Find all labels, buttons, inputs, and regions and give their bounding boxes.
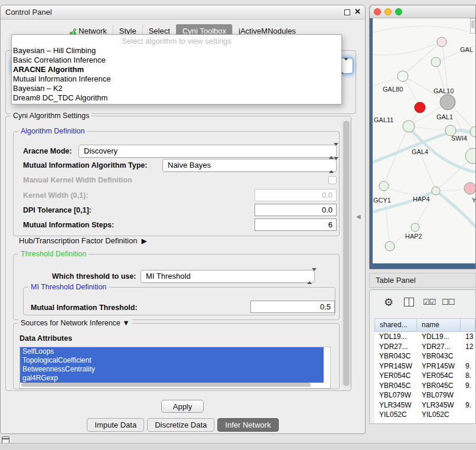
algorithm-option[interactable]: Basic Correlation Inference: [12, 56, 341, 65]
table-cell: YLR345W: [374, 400, 417, 410]
kernel-width-input[interactable]: [255, 189, 337, 201]
network-node[interactable]: [432, 187, 440, 195]
which-threshold-stepper-icon: [307, 271, 335, 282]
apply-button[interactable]: Apply: [161, 400, 204, 413]
hub-definition-section[interactable]: Hub/Transcription Factor Definition▶: [19, 236, 147, 245]
table-row[interactable]: YDL19...YDL19...13: [374, 332, 475, 342]
close-icon[interactable]: ✕: [354, 7, 361, 16]
cyni-algorithm-settings-group: Cyni Algorithm Settings Algorithm Defini…: [5, 116, 351, 391]
network-edge: [409, 126, 451, 131]
table-row[interactable]: YIL052CYIL052C: [374, 410, 475, 420]
bottom-tab-discretize-data[interactable]: Discretize Data: [147, 418, 214, 432]
network-node[interactable]: [415, 102, 425, 113]
table-row[interactable]: YBR045CYBR045C9.: [374, 381, 475, 391]
splitter-collapse-icon[interactable]: ◀: [356, 213, 361, 220]
data-attributes-label: Data Attributes: [19, 334, 72, 343]
network-canvas[interactable]: GALGAL80GAL10GAL11GAL1SWI4GAL4GCY1HAP4YH…: [373, 18, 475, 263]
mi-steps-label: Mutual Information Steps:: [23, 221, 114, 229]
close-traffic-light[interactable]: [374, 8, 381, 15]
node-label: GAL: [460, 46, 473, 53]
aracne-mode-combobox[interactable]: Discovery: [79, 145, 337, 158]
column-header[interactable]: [461, 318, 475, 332]
algorithm-option[interactable]: Mutual Information Inference: [12, 74, 341, 84]
table-cell: YDR27...: [374, 342, 417, 352]
control-panel-titlebar: Control Panel ✕: [1, 5, 365, 19]
expanded-arrow-icon[interactable]: ▼: [122, 319, 129, 327]
settings-group-title: Cyni Algorithm Settings: [11, 112, 92, 120]
manual-kernel-checkbox[interactable]: [328, 176, 337, 184]
table-cell: YBR045C: [417, 381, 461, 391]
network-node[interactable]: [397, 71, 408, 81]
scrollbar-thumb[interactable]: [471, 20, 474, 28]
bottom-tab-impute-data[interactable]: Impute Data: [87, 418, 144, 432]
network-edge: [373, 42, 442, 55]
dpi-tolerance-input[interactable]: [255, 204, 337, 216]
sources-group: Sources for Network Inference ▼ Data Att…: [13, 323, 340, 389]
table-cell: YLR345W: [417, 400, 461, 410]
network-node[interactable]: [440, 94, 455, 110]
dropdown-item-list: Bayesian – Hill ClimbingBasic Correlatio…: [12, 46, 341, 103]
network-canvas-svg: GALGAL80GAL10GAL11GAL1SWI4GAL4GCY1HAP4YH…: [373, 18, 475, 263]
gear-icon[interactable]: ⚙: [384, 296, 393, 309]
aracne-mode-label: Aracne Mode:: [23, 147, 72, 155]
algorithm-option[interactable]: Dream8 DC_TDC Algorithm: [12, 93, 341, 103]
node-label: GAL11: [374, 116, 393, 123]
which-threshold-combobox[interactable]: MI Threshold: [141, 270, 315, 283]
deselect-all-icon[interactable]: ☐☐: [442, 298, 454, 306]
table-row[interactable]: YPR145WYPR145W9.: [374, 361, 475, 371]
mi-steps-input[interactable]: [255, 219, 337, 231]
table-cell: YIL052C: [417, 410, 461, 420]
scrollbar-thumb[interactable]: [343, 120, 350, 386]
network-node[interactable]: [431, 57, 441, 67]
hub-definition-label: Hub/Transcription Factor Definition: [19, 236, 137, 245]
algorithm-dropdown-popup: Select algorithm to view settings Bayesi…: [11, 34, 342, 105]
algorithm-option[interactable]: Bayesian – K2: [12, 84, 341, 93]
columns-icon[interactable]: [404, 298, 414, 306]
horizontal-scrollbar[interactable]: [21, 383, 311, 387]
attribute-list-item[interactable]: gal4RGexp: [20, 374, 324, 383]
table-row[interactable]: YBR043CYBR043C: [374, 351, 475, 361]
select-all-icon[interactable]: ☑☑: [423, 298, 435, 306]
attribute-list-item[interactable]: TopologicalCoefficient: [20, 356, 324, 365]
column-header[interactable]: name: [417, 318, 461, 332]
algorithm-definition-title: Algorithm Definition: [18, 127, 87, 135]
attribute-list-item[interactable]: BetweennessCentrality: [20, 365, 324, 374]
attribute-list-item[interactable]: SelfLoops: [20, 347, 324, 356]
table-header-row: shared...name: [374, 318, 475, 332]
minimize-traffic-light[interactable]: [384, 8, 392, 15]
column-header[interactable]: shared...: [374, 318, 417, 332]
bottom-tab-infer-network[interactable]: Infer Network: [217, 418, 278, 432]
network-view-window: GALGAL80GAL10GAL11GAL1SWI4GAL4GCY1HAP4YH…: [369, 5, 476, 269]
table-cell: YDL19...: [417, 332, 461, 342]
table-cell: [461, 410, 475, 420]
network-edge: [409, 126, 436, 191]
network-node[interactable]: [470, 126, 475, 137]
network-node[interactable]: [403, 120, 415, 132]
table-row[interactable]: YBL079WYBL079W: [374, 390, 475, 400]
collapsed-arrow-icon[interactable]: ▶: [141, 237, 146, 245]
table-cell: 13: [461, 332, 475, 342]
node-label: HAP2: [405, 233, 422, 240]
table-cell: YER054C: [417, 371, 461, 381]
algorithm-option[interactable]: Bayesian – Hill Climbing: [12, 46, 341, 56]
zoom-traffic-light[interactable]: [395, 8, 402, 15]
table-cell: [461, 351, 475, 361]
table-cell: YPR145W: [374, 361, 417, 371]
network-node[interactable]: [464, 182, 475, 194]
settings-vertical-scrollbar[interactable]: [342, 119, 351, 388]
table-row[interactable]: YDR27...YDR27...12: [374, 342, 475, 352]
network-node[interactable]: [385, 242, 395, 251]
sources-group-title[interactable]: Sources for Network Inference ▼: [18, 319, 132, 327]
float-window-icon[interactable]: [344, 9, 350, 15]
network-node[interactable]: [411, 223, 419, 231]
mi-threshold-input[interactable]: [250, 301, 335, 313]
mi-threshold-definition-group: MI Threshold Definition Mutual Informati…: [23, 287, 335, 315]
network-node[interactable]: [379, 181, 389, 191]
table-row[interactable]: YER054CYER054C8.: [374, 371, 475, 381]
network-vertical-scrollbar[interactable]: [470, 18, 475, 34]
network-node[interactable]: [437, 37, 446, 47]
table-row[interactable]: YLR345WYLR345W9.: [374, 400, 475, 410]
mi-type-combobox[interactable]: Naive Bayes: [162, 159, 337, 172]
algorithm-option[interactable]: ARACNE Algorithm: [12, 65, 341, 74]
network-node[interactable]: [465, 148, 475, 164]
